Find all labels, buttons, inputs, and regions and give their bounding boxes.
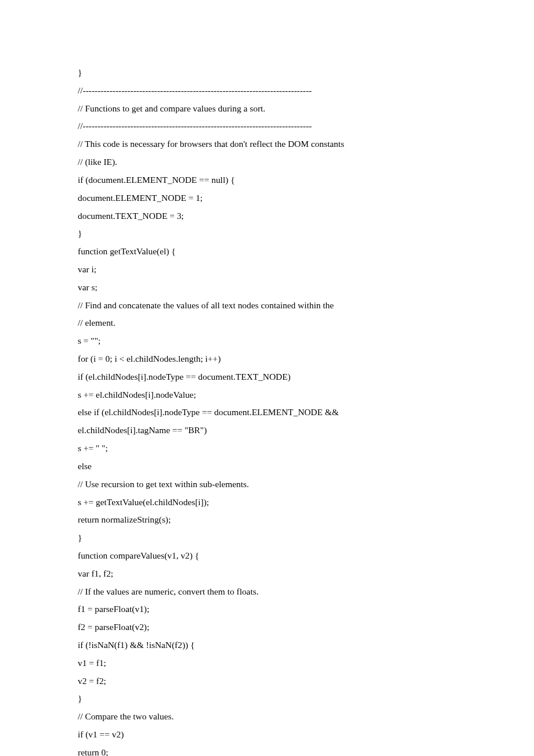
code-line: // (like IE). <box>78 153 456 171</box>
code-line: } <box>78 225 456 243</box>
code-line: f1 = parseFloat(v1); <box>78 600 456 618</box>
code-line: // Functions to get and compare values d… <box>78 100 456 118</box>
code-line: // Find and concatenate the values of al… <box>78 297 456 315</box>
code-line: } <box>78 529 456 547</box>
code-line: document.ELEMENT_NODE = 1; <box>78 189 456 207</box>
code-line: // element. <box>78 314 456 332</box>
code-line: return normalizeString(s); <box>78 511 456 529</box>
code-line: //--------------------------------------… <box>78 117 456 135</box>
code-line: if (document.ELEMENT_NODE == null) { <box>78 171 456 189</box>
code-line: v2 = f2; <box>78 672 456 690</box>
code-line: s += el.childNodes[i].nodeValue; <box>78 386 456 404</box>
code-line: else if (el.childNodes[i].nodeType == do… <box>78 404 456 422</box>
document-page: } //------------------------------------… <box>0 0 534 756</box>
code-line: if (v1 == v2) <box>78 726 456 744</box>
code-line: // If the values are numeric, convert th… <box>78 583 456 601</box>
code-line: var i; <box>78 261 456 279</box>
code-line: // This code is necessary for browsers t… <box>78 135 456 153</box>
code-line: v1 = f1; <box>78 654 456 672</box>
code-line: document.TEXT_NODE = 3; <box>78 207 456 225</box>
code-line: if (!isNaN(f1) && !isNaN(f2)) { <box>78 636 456 654</box>
code-line: s += getTextValue(el.childNodes[i]); <box>78 494 456 512</box>
code-line: s += " "; <box>78 440 456 458</box>
code-line: function compareValues(v1, v2) { <box>78 547 456 565</box>
code-line: // Use recursion to get text within sub-… <box>78 476 456 494</box>
code-line: if (el.childNodes[i].nodeType == documen… <box>78 368 456 386</box>
code-line: el.childNodes[i].tagName == "BR") <box>78 422 456 440</box>
code-line: } <box>78 690 456 708</box>
code-line: return 0; <box>78 744 456 756</box>
code-line: for (i = 0; i < el.childNodes.length; i+… <box>78 350 456 368</box>
code-line: var f1, f2; <box>78 565 456 583</box>
code-line: function getTextValue(el) { <box>78 243 456 261</box>
code-line: // Compare the two values. <box>78 708 456 726</box>
code-line: } <box>78 64 456 82</box>
code-line: var s; <box>78 279 456 297</box>
code-line: f2 = parseFloat(v2); <box>78 618 456 636</box>
code-line: //--------------------------------------… <box>78 82 456 100</box>
code-line: s = ""; <box>78 332 456 350</box>
code-line: else <box>78 458 456 476</box>
